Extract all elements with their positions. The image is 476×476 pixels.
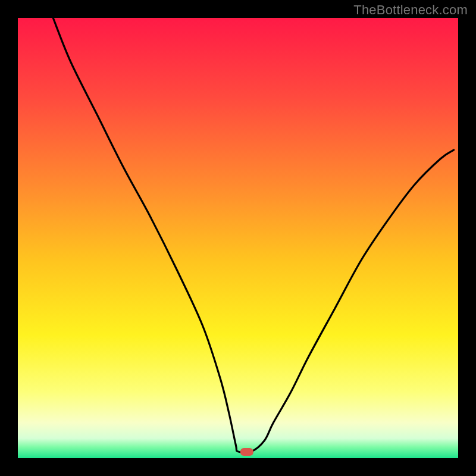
marker-point xyxy=(240,448,253,456)
watermark-label: TheBottleneck.com xyxy=(353,2,468,18)
chart-svg xyxy=(0,0,476,476)
chart-container: { "watermark": "TheBottleneck.com", "cha… xyxy=(0,0,476,476)
heatmap-background xyxy=(18,18,458,458)
